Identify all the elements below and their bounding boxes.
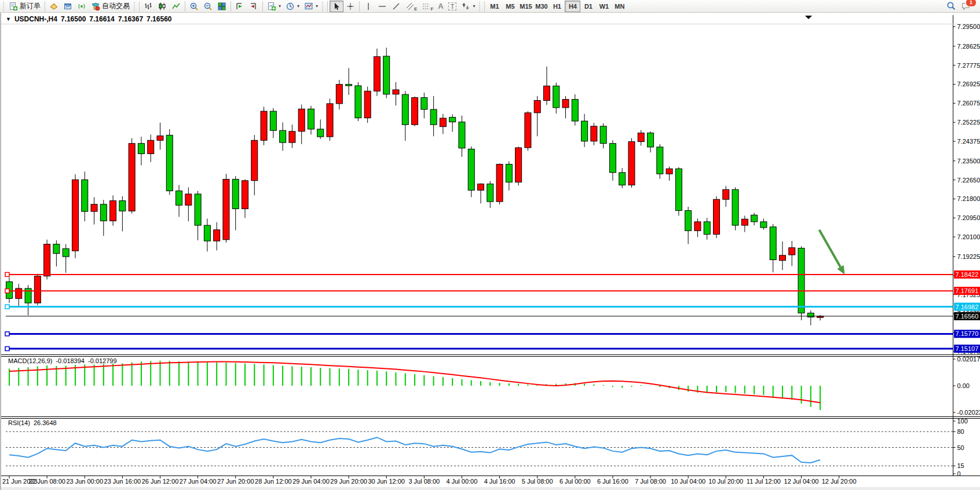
signals-button[interactable] xyxy=(75,1,89,12)
svg-text:7.27775: 7.27775 xyxy=(957,62,980,69)
rsi-pane[interactable]: 1008050150 xyxy=(6,418,968,477)
timeframe-button-h1[interactable]: H1 xyxy=(549,1,565,12)
new-order-button[interactable]: 新订单 xyxy=(6,1,43,12)
channel-tool-button[interactable]: E xyxy=(403,1,419,12)
tile-windows-icon xyxy=(217,2,226,11)
crosshair-tool-button[interactable] xyxy=(343,1,357,12)
svg-text:100: 100 xyxy=(957,418,968,425)
text-tool-button[interactable]: A xyxy=(436,1,445,12)
price-axis[interactable]: 7.295007.286257.277757.269257.260757.252… xyxy=(953,15,980,476)
timeframe-button-m30[interactable]: M30 xyxy=(533,1,549,12)
price-line-label[interactable]: 7.16982 xyxy=(954,303,980,311)
periods-button[interactable]: ▾ xyxy=(283,1,302,12)
price-line-label[interactable]: 7.16560 xyxy=(954,312,980,320)
candlestick-chart-button[interactable] xyxy=(155,1,169,12)
cursor-tool-button[interactable] xyxy=(330,1,343,12)
svg-text:0: 0 xyxy=(957,470,961,477)
vertical-line-tool-button[interactable] xyxy=(361,1,375,12)
tile-windows-button[interactable] xyxy=(215,1,229,12)
toolbar-grip[interactable] xyxy=(321,2,324,11)
fibonacci-letter: F xyxy=(430,6,433,12)
svg-text:5 Jul 08:00: 5 Jul 08:00 xyxy=(522,478,553,485)
auto-trading-button[interactable]: 自动交易 xyxy=(89,1,132,12)
svg-text:12 Jul 04:00: 12 Jul 04:00 xyxy=(784,478,819,485)
line-chart-button[interactable] xyxy=(169,1,183,12)
auto-trading-icon xyxy=(91,2,100,11)
new-order-icon xyxy=(9,2,18,11)
price-line-label[interactable]: 7.18422 xyxy=(954,270,980,279)
time-axis[interactable]: 21 Jun 202322 Jun 08:0023 Jun 00:0023 Ju… xyxy=(2,476,857,485)
rsi-value: 26.3648 xyxy=(34,419,57,426)
svg-text:-0.020231: -0.020231 xyxy=(957,409,980,416)
metaeditor-button[interactable] xyxy=(47,1,61,12)
price-line-label[interactable]: 7.17691 xyxy=(954,287,980,295)
toolbar-separator xyxy=(45,1,45,12)
svg-text:7 Jul 08:00: 7 Jul 08:00 xyxy=(635,478,666,485)
bar-chart-button[interactable] xyxy=(141,1,155,12)
indicators-caret-icon: ▾ xyxy=(279,3,281,9)
zoom-in-button[interactable] xyxy=(187,1,201,12)
svg-text:7.26925: 7.26925 xyxy=(957,81,980,87)
horizontal-line-tool-button[interactable] xyxy=(375,1,389,12)
auto-scroll-icon xyxy=(235,2,244,11)
svg-text:4 Jul 00:00: 4 Jul 00:00 xyxy=(447,478,478,485)
macd-indicator-label: MACD(12,26,9) -0.018394 -0.012799 xyxy=(8,357,117,364)
svg-text:4 Jul 16:00: 4 Jul 16:00 xyxy=(484,478,515,485)
svg-text:6 Jul 00:00: 6 Jul 00:00 xyxy=(560,478,591,485)
price-line-label[interactable]: 7.15770 xyxy=(954,330,980,338)
text-label-tool-button[interactable]: T xyxy=(446,1,459,12)
fibonacci-icon xyxy=(422,2,431,11)
svg-text:7.24375: 7.24375 xyxy=(957,138,980,145)
svg-text:7.15107: 7.15107 xyxy=(956,345,979,352)
svg-text:12 Jul 20:00: 12 Jul 20:00 xyxy=(822,478,857,485)
svg-text:7.23500: 7.23500 xyxy=(957,158,980,164)
svg-text:3 Jul 08:00: 3 Jul 08:00 xyxy=(408,478,440,485)
chart-close-value: 7.16560 xyxy=(147,15,171,23)
data-window-button[interactable] xyxy=(61,1,75,12)
svg-text:26 Jun 12:00: 26 Jun 12:00 xyxy=(142,478,179,485)
templates-button[interactable]: ▾ xyxy=(302,1,320,12)
chart-canvas[interactable]: 7.295007.286257.277757.269257.260757.252… xyxy=(1,13,980,490)
hline-anchor xyxy=(5,347,9,351)
auto-scroll-button[interactable] xyxy=(233,1,247,12)
svg-text:29 Jun 20:00: 29 Jun 20:00 xyxy=(330,478,367,485)
macd-main-value: -0.018394 xyxy=(56,357,85,364)
signals-icon xyxy=(77,2,86,11)
chart-shift-button[interactable] xyxy=(247,1,261,12)
arrows-tool-button[interactable]: ▾ xyxy=(459,1,477,12)
notification-badge[interactable]: 1 xyxy=(966,0,977,7)
horizontal-lines[interactable]: 7.184227.176917.169827.157707.151077.165… xyxy=(5,270,980,353)
timeframe-button-w1[interactable]: W1 xyxy=(596,1,612,12)
channel-letter: E xyxy=(414,6,417,12)
svg-text:7.28625: 7.28625 xyxy=(957,43,980,50)
toolbar-grip[interactable] xyxy=(478,2,481,11)
svg-text:7.21800: 7.21800 xyxy=(957,195,980,202)
fibonacci-tool-button[interactable]: F xyxy=(419,1,436,12)
search-button[interactable] xyxy=(944,1,959,12)
timeframe-button-m5[interactable]: M5 xyxy=(502,1,518,12)
toolbar-separator xyxy=(139,1,140,12)
timeframe-button-m1[interactable]: M1 xyxy=(487,1,502,12)
hline-anchor xyxy=(5,332,9,336)
trend-arrow-annotation[interactable] xyxy=(819,230,844,275)
rsi-indicator-label: RSI(14) 26.3648 xyxy=(8,419,57,426)
timeframe-button-h4[interactable]: H4 xyxy=(565,1,580,12)
crosshair-icon xyxy=(346,2,355,11)
bar-chart-icon xyxy=(144,2,153,11)
svg-text:7.22650: 7.22650 xyxy=(957,177,980,184)
window-bottom-edge xyxy=(1,487,980,490)
chart-low-value: 7.16367 xyxy=(118,15,143,23)
timeframe-button-d1[interactable]: D1 xyxy=(580,1,596,12)
timeframe-button-mn[interactable]: MN xyxy=(612,1,627,12)
hline-anchor xyxy=(5,272,9,276)
timeframe-button-m15[interactable]: M15 xyxy=(518,1,533,12)
trendline-tool-button[interactable] xyxy=(389,1,403,12)
zoom-out-icon xyxy=(203,2,213,11)
indicators-button[interactable]: ▾ xyxy=(265,1,283,12)
toolbar-grip[interactable] xyxy=(133,2,136,11)
macd-pane[interactable]: 0.0201740.00-0.020231 xyxy=(9,356,980,416)
candlestick-chart-icon xyxy=(158,2,167,11)
toolbar-grip[interactable] xyxy=(2,2,5,11)
price-line-label[interactable]: 7.15107 xyxy=(954,345,980,353)
zoom-out-button[interactable] xyxy=(201,1,215,12)
